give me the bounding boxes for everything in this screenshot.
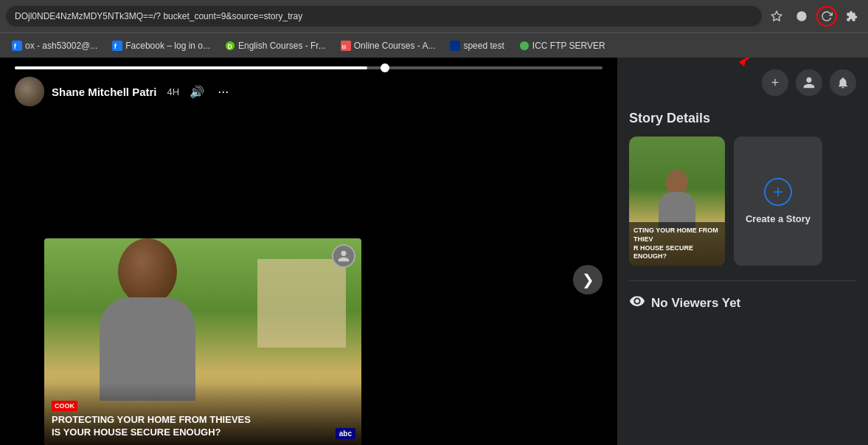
person-head (118, 238, 177, 305)
progress-bar-track (15, 66, 603, 69)
update-button[interactable] (816, 6, 837, 27)
progress-bar-fill (15, 66, 367, 69)
create-story-plus-icon: + (764, 178, 792, 206)
person-silhouette (74, 238, 221, 401)
avatar (15, 77, 44, 106)
svg-marker-0 (771, 11, 781, 21)
address-bar-row: DOjl0NDE4NzMzMDY5NTk3MQ==/? bucket_count… (0, 0, 868, 32)
bookmark-6[interactable]: ICC FTP SERVER (513, 39, 611, 52)
svg-rect-10 (450, 41, 460, 51)
svg-point-11 (520, 41, 529, 49)
bookmarks-bar: f ox - ash53002@... f Facebook – log in … (0, 32, 868, 58)
video-subtitle: IS YOUR HOUSE SECURE ENOUGH? (52, 427, 354, 439)
thumb-label-2: R HOUSE SECURE ENOUGH? (633, 244, 721, 261)
url-text: DOjl0NDE4NzMzMDY5NTk3MQ==/? bucket_count… (15, 11, 302, 21)
main-content: Shane Mitchell Patri 4H 🔊 ··· (0, 58, 868, 445)
svg-text:u: u (341, 42, 345, 49)
video-title: PROTECTING YOUR HOME FROM THIEVES (52, 414, 354, 427)
story-thumbnail-item[interactable]: CTING YOUR HOME FROM THIEV R HOUSE SECUR… (629, 137, 725, 266)
building-shape (257, 259, 346, 348)
profile-button[interactable] (796, 69, 822, 96)
time-ago: 4H (167, 86, 180, 97)
volume-icon[interactable]: 🔊 (190, 85, 204, 99)
news-badge: COOK (52, 401, 77, 411)
progress-bar-container[interactable] (0, 58, 617, 69)
bookmark-2[interactable]: f Facebook – log in o... (106, 39, 216, 52)
video-avatar-overlay (332, 244, 355, 268)
no-viewers-text: No Viewers Yet (651, 296, 740, 311)
video-thumbnail: COOK PROTECTING YOUR HOME FROM THIEVES I… (44, 238, 361, 445)
bookmark-3[interactable]: D English Courses - Fr... (219, 39, 332, 52)
sidebar: + Story Details (617, 58, 868, 445)
create-story-card[interactable]: + Create a Story (734, 137, 822, 266)
thumb-overlay: CTING YOUR HOME FROM THIEV R HOUSE SECUR… (629, 222, 725, 266)
create-story-label: Create a Story (746, 213, 810, 224)
puzzle-button[interactable] (841, 6, 862, 27)
user-info-row: Shane Mitchell Patri 4H 🔊 ··· (0, 69, 617, 114)
notification-button[interactable] (830, 69, 856, 96)
video-overlay-text: COOK PROTECTING YOUR HOME FROM THIEVES I… (44, 383, 361, 445)
add-button[interactable]: + (762, 69, 788, 96)
story-thumbnails: CTING YOUR HOME FROM THIEV R HOUSE SECUR… (629, 137, 856, 266)
browser-icons (766, 6, 862, 27)
divider (629, 280, 856, 281)
svg-text:D: D (228, 42, 232, 49)
eye-icon (629, 293, 645, 313)
svg-line-12 (743, 58, 787, 62)
no-viewers-row: No Viewers Yet (629, 293, 856, 313)
bookmark-1[interactable]: f ox - ash53002@... (6, 39, 103, 52)
video-scene: COOK PROTECTING YOUR HOME FROM THIEVES I… (44, 238, 361, 445)
thumb-person (651, 170, 703, 229)
thumb-label-1: CTING YOUR HOME FROM THIEV (633, 227, 721, 244)
bookmark-5[interactable]: speed test (444, 39, 510, 52)
thumb-bg: CTING YOUR HOME FROM THIEV R HOUSE SECUR… (629, 137, 725, 266)
address-bar[interactable]: DOjl0NDE4NzMzMDY5NTk3MQ==/? bucket_count… (6, 6, 762, 27)
sidebar-icons-row: + (629, 69, 856, 96)
video-area: Shane Mitchell Patri 4H 🔊 ··· (0, 58, 617, 445)
svg-point-1 (796, 11, 806, 21)
browser-frame: DOjl0NDE4NzMzMDY5NTk3MQ==/? bucket_count… (0, 0, 868, 58)
abc-logo: abc (336, 428, 355, 439)
next-button[interactable]: ❯ (573, 265, 603, 294)
svg-marker-13 (739, 58, 746, 66)
video-content: COOK PROTECTING YOUR HOME FROM THIEVES I… (0, 114, 617, 445)
bookmark-4[interactable]: u Online Courses - A... (335, 39, 442, 52)
user-name: Shane Mitchell Patri (52, 86, 157, 98)
avatar-image (15, 77, 44, 106)
more-options-button[interactable]: ··· (218, 84, 229, 100)
story-details-title: Story Details (629, 111, 856, 126)
extensions-button[interactable] (791, 6, 812, 27)
star-button[interactable] (766, 6, 787, 27)
